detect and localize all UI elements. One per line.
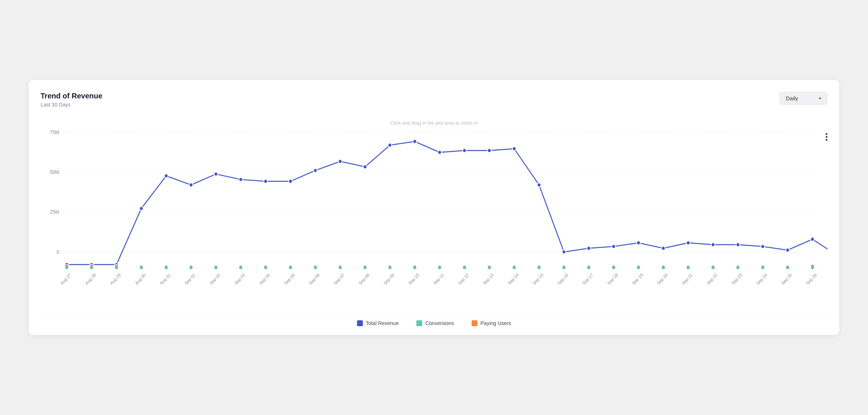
svg-point-96 (687, 266, 690, 269)
svg-point-34 (711, 243, 715, 247)
svg-point-15 (239, 178, 242, 182)
svg-text:Sep 24: Sep 24 (756, 272, 768, 286)
svg-point-99 (761, 266, 764, 269)
svg-text:Sep 17: Sep 17 (582, 273, 594, 286)
svg-point-19 (338, 159, 342, 163)
svg-point-24 (463, 149, 466, 153)
svg-point-16 (264, 179, 267, 184)
svg-text:Aug 29: Aug 29 (109, 273, 122, 286)
svg-text:Sep 14: Sep 14 (507, 272, 519, 286)
svg-text:Sep 05: Sep 05 (283, 273, 295, 286)
svg-point-23 (438, 150, 441, 154)
svg-point-21 (388, 143, 392, 147)
svg-text:0: 0 (57, 249, 60, 255)
svg-point-29 (587, 246, 591, 250)
svg-point-97 (711, 266, 714, 269)
svg-text:Aug 30: Aug 30 (134, 273, 146, 286)
svg-text:Sep 18: Sep 18 (606, 273, 619, 286)
title-block: Trend of Revenue Last 30 Days (41, 92, 102, 108)
svg-text:Sep 12: Sep 12 (457, 273, 469, 286)
svg-text:Sep 20: Sep 20 (656, 273, 668, 286)
svg-point-78 (239, 266, 242, 269)
svg-point-90 (538, 266, 540, 269)
svg-point-12 (164, 174, 168, 178)
svg-point-28 (562, 250, 566, 254)
card-title: Trend of Revenue (41, 92, 102, 100)
svg-point-18 (314, 168, 317, 172)
svg-text:Sep 01: Sep 01 (184, 273, 196, 286)
svg-text:Sep 08: Sep 08 (358, 273, 370, 286)
svg-point-74 (140, 266, 143, 269)
legend-box-paying-users (472, 320, 477, 326)
svg-point-82 (339, 266, 342, 269)
svg-text:Sep 06: Sep 06 (308, 273, 321, 286)
svg-point-33 (686, 241, 690, 245)
svg-point-94 (637, 266, 640, 269)
chart-container: 0 25M 50M 75M Aug 27Aug 28Aug 29Aug 30Au… (41, 116, 827, 308)
svg-point-32 (661, 246, 665, 250)
svg-point-36 (761, 244, 764, 248)
svg-point-100 (786, 266, 789, 269)
legend-conversions: Conversions (416, 320, 454, 326)
svg-point-37 (786, 248, 790, 252)
svg-text:Sep 03: Sep 03 (234, 273, 246, 286)
card-header: Trend of Revenue Last 30 Days Daily ▾ (41, 92, 827, 108)
svg-text:Sep 11: Sep 11 (433, 273, 445, 286)
svg-point-11 (140, 206, 143, 210)
svg-point-91 (563, 266, 566, 269)
svg-text:25M: 25M (50, 209, 59, 215)
svg-point-20 (363, 165, 367, 169)
svg-point-76 (189, 266, 192, 269)
svg-point-25 (487, 149, 491, 153)
svg-point-30 (612, 244, 615, 248)
svg-text:Aug 28: Aug 28 (84, 273, 97, 286)
svg-point-22 (413, 139, 417, 143)
chart-area[interactable]: Click and drag in the plot area to zoom … (41, 116, 827, 308)
svg-text:Sep 09: Sep 09 (383, 273, 395, 286)
svg-point-87 (463, 266, 466, 269)
svg-point-72 (90, 266, 93, 269)
period-label: Daily (786, 95, 798, 101)
svg-point-26 (512, 147, 516, 151)
svg-text:Sep 26: Sep 26 (805, 273, 818, 286)
legend-box-conversions (416, 320, 422, 326)
svg-point-13 (189, 183, 193, 187)
legend-label-paying-users: Paying Users (480, 320, 511, 326)
svg-text:Sep 16: Sep 16 (557, 273, 569, 286)
svg-point-31 (637, 241, 640, 245)
svg-text:Sep 13: Sep 13 (482, 273, 494, 286)
svg-text:Aug 31: Aug 31 (159, 273, 171, 286)
svg-text:Sep 15: Sep 15 (532, 273, 544, 286)
svg-point-81 (314, 266, 317, 269)
svg-point-84 (388, 266, 391, 269)
period-selector[interactable]: Daily ▾ (780, 92, 827, 105)
svg-point-92 (587, 266, 590, 269)
svg-point-101 (811, 266, 814, 269)
legend-paying-users: Paying Users (472, 320, 511, 326)
svg-point-95 (662, 266, 665, 269)
chevron-down-icon: ▾ (819, 96, 821, 101)
svg-text:Sep 25: Sep 25 (780, 273, 792, 286)
svg-point-38 (811, 237, 814, 241)
svg-point-73 (115, 266, 118, 269)
revenue-card: Trend of Revenue Last 30 Days Daily ▾ Cl… (29, 80, 839, 335)
svg-point-17 (288, 179, 292, 184)
chart-legend: Total Revenue Conversions Paying Users (41, 314, 827, 326)
svg-point-75 (165, 266, 168, 269)
legend-box-total-revenue (357, 320, 363, 326)
svg-point-79 (264, 266, 267, 269)
legend-label-total-revenue: Total Revenue (366, 320, 399, 326)
svg-point-85 (413, 266, 416, 269)
svg-text:Sep 04: Sep 04 (259, 272, 271, 286)
svg-text:Sep 19: Sep 19 (631, 273, 644, 286)
svg-point-93 (612, 266, 615, 269)
svg-text:Sep 22: Sep 22 (706, 273, 718, 286)
svg-point-27 (537, 183, 541, 187)
svg-text:75M: 75M (50, 129, 59, 135)
svg-point-89 (513, 266, 516, 269)
card-subtitle: Last 30 Days (41, 102, 102, 108)
svg-point-35 (736, 243, 740, 247)
svg-text:Sep 02: Sep 02 (209, 273, 221, 286)
svg-point-88 (488, 266, 491, 269)
svg-point-83 (364, 266, 367, 269)
